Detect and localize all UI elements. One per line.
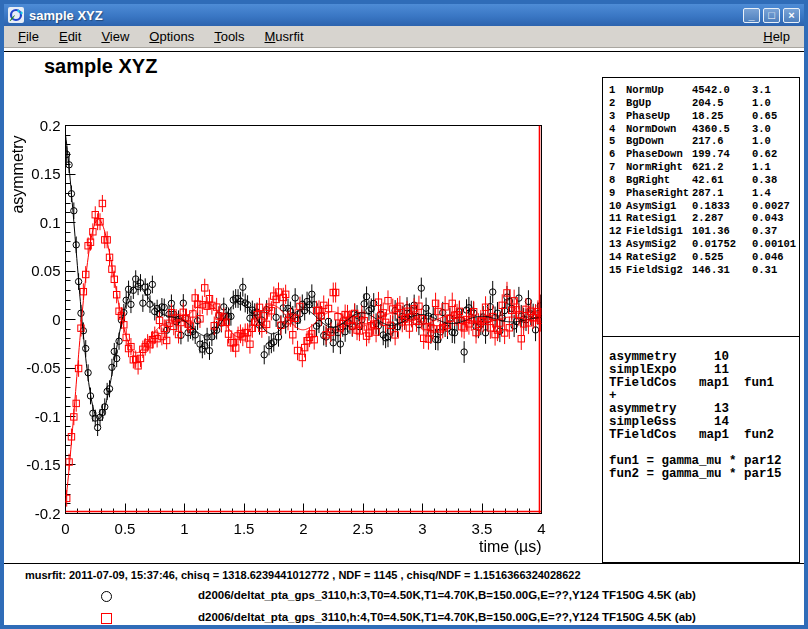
menu-tools[interactable]: Tools [204,27,254,46]
menu-file[interactable]: File [8,27,49,46]
legend-entry: d2006/deltat_pta_gps_3110,h:4,T0=4.50K,T… [198,611,696,623]
menu-musrfit[interactable]: Musrfit [255,27,314,46]
close-icon[interactable]: × [783,8,800,23]
param-row: 15FieldSig2146.310.31 [609,264,799,277]
title-bar[interactable]: sample XYZ _ □ × [4,4,804,26]
theory-line: TFieldCos map1 fun1 [609,377,799,390]
param-row: 5BgDown217.61.0 [609,135,799,148]
menu-view[interactable]: View [91,27,139,46]
menu-options[interactable]: Options [139,27,204,46]
right-panel: 1NormUp4542.03.12BgUp204.51.03PhaseUp18.… [602,77,800,563]
menu-bar: FileEditViewOptionsToolsMusrfit Help [4,26,804,48]
status-pad: musrfit: 2011-07-09, 15:37:46, chisq = 1… [4,563,804,625]
theory-list: asymmetry 10simplExpo 11TFieldCos map1 f… [603,337,799,481]
window-title: sample XYZ [29,8,738,23]
parameter-list: 1NormUp4542.03.12BgUp204.51.03PhaseUp18.… [603,78,799,337]
param-row: 8BgRight42.610.38 [609,174,799,187]
param-row: 13AsymSig20.017520.00101 [609,238,799,251]
plot-canvas[interactable] [4,48,604,563]
menu-edit[interactable]: Edit [49,27,91,46]
param-row: 6PhaseDown199.740.62 [609,148,799,161]
circle-marker-icon [101,591,112,602]
theory-line: fun2 = gamma_mu * par15 [609,468,799,481]
param-row: 3PhaseUp18.250.65 [609,110,799,123]
param-row: 11RateSig12.2870.043 [609,212,799,225]
minimize-icon[interactable]: _ [743,8,760,23]
param-row: 2BgUp204.51.0 [609,97,799,110]
window-controls: _ □ × [743,8,800,23]
root-canvas: sample XYZ 1NormUp4542.03.12BgUp204.51.0… [4,48,804,625]
param-row: 14RateSig20.5250.046 [609,251,799,264]
param-row: 7NormRight621.21.1 [609,161,799,174]
param-row: 4NormDown4360.53.0 [609,123,799,136]
param-row: 1NormUp4542.03.1 [609,84,799,97]
app-window: sample XYZ _ □ × FileEditViewOptionsTool… [0,0,808,629]
theory-line: TFieldCos map1 fun2 [609,429,799,442]
param-row: 12FieldSig1101.360.37 [609,225,799,238]
fit-status-text: musrfit: 2011-07-09, 15:37:46, chisq = 1… [25,569,581,581]
legend-entry: d2006/deltat_pta_gps_3110,h:3,T0=4.50K,T… [198,589,696,601]
menu-help[interactable]: Help [753,27,800,46]
param-row: 10AsymSig10.18330.0027 [609,200,799,213]
app-icon[interactable] [8,7,24,23]
param-row: 9PhaseRight287.11.4 [609,187,799,200]
maximize-icon[interactable]: □ [763,8,780,23]
square-marker-icon [101,613,112,624]
